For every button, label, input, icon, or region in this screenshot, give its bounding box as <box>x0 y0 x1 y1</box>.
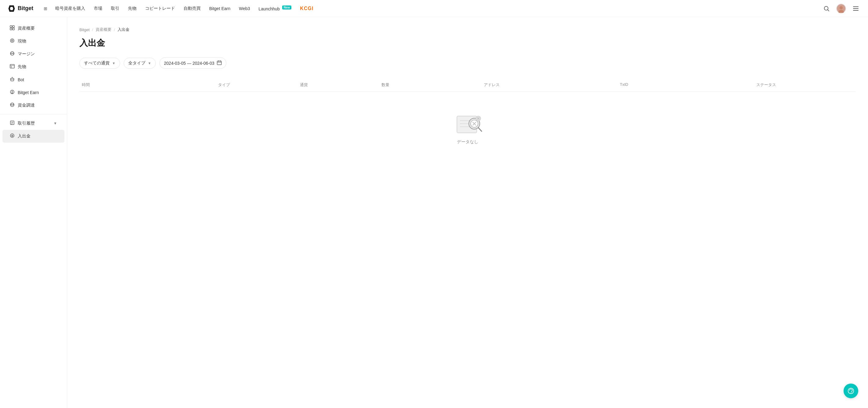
futures-icon <box>10 64 15 70</box>
logo-text: Bitget <box>18 5 33 11</box>
breadcrumb-sep-1: / <box>92 28 93 32</box>
nav-launchhub[interactable]: Launchhub New <box>255 4 295 13</box>
sidebar-divider <box>0 114 67 115</box>
top-navigation: Bitget ⊞ 暗号資産を購入 市場 取引 先物 コピートレード 自動売買 B… <box>0 0 868 17</box>
sidebar-item-margin[interactable]: マージン <box>2 48 64 60</box>
breadcrumb-current: 入出金 <box>118 27 129 32</box>
empty-illustration <box>452 110 483 134</box>
currency-filter-chevron: ▼ <box>112 61 116 65</box>
nav-web3[interactable]: Web3 <box>235 4 253 13</box>
breadcrumb-assets[interactable]: 資産概要 <box>96 27 112 32</box>
svg-line-3 <box>828 9 829 11</box>
svg-point-24 <box>12 79 13 80</box>
trade-history-chevron: ▼ <box>54 121 57 126</box>
trade-history-icon <box>10 120 15 126</box>
deposit-withdrawal-icon <box>10 133 15 139</box>
svg-line-48 <box>478 128 482 131</box>
date-range-filter[interactable]: 2024-03-05 — 2024-06-03 <box>159 57 226 69</box>
svg-rect-7 <box>853 6 859 7</box>
sidebar-item-deposit-withdrawal[interactable]: 入出金 <box>2 130 64 143</box>
bot-icon <box>10 77 15 83</box>
svg-point-26 <box>12 77 12 77</box>
breadcrumb-sep-2: / <box>114 28 115 32</box>
nav-market[interactable]: 市場 <box>90 4 106 13</box>
nav-menu: ⊞ 暗号資産を購入 市場 取引 先物 コピートレード 自動売買 Bitget E… <box>41 4 822 13</box>
svg-rect-11 <box>12 26 14 28</box>
col-currency: 通貨 <box>298 82 379 88</box>
svg-point-5 <box>840 6 843 9</box>
nav-futures[interactable]: 先物 <box>124 4 140 13</box>
sidebar-item-assets-overview[interactable]: 資産概要 <box>2 22 64 35</box>
margin-icon <box>10 51 15 57</box>
sidebar-label-funding: 資金調達 <box>18 103 57 108</box>
sidebar-label-earn: Bitget Earn <box>18 90 57 95</box>
empty-state: データなし <box>80 92 856 163</box>
funding-icon <box>10 102 15 108</box>
svg-rect-12 <box>10 28 12 30</box>
spot-icon <box>10 38 15 44</box>
currency-filter[interactable]: すべての通貨 ▼ <box>80 58 120 69</box>
nav-auto-trade[interactable]: 自動売買 <box>180 4 204 13</box>
col-amount: 数量 <box>379 82 481 88</box>
nav-buy-crypto[interactable]: 暗号資産を購入 <box>52 4 89 13</box>
sidebar: 資産概要 現物 マージン <box>0 17 67 408</box>
svg-point-16 <box>10 52 14 55</box>
svg-rect-9 <box>853 10 859 11</box>
svg-rect-13 <box>12 28 14 30</box>
assets-overview-icon <box>10 25 15 31</box>
svg-rect-19 <box>10 64 14 68</box>
svg-point-31 <box>11 104 12 105</box>
hamburger-menu-icon[interactable] <box>851 4 861 13</box>
search-icon[interactable] <box>822 4 831 13</box>
breadcrumb-bitget[interactable]: Bitget <box>80 28 90 32</box>
svg-point-15 <box>11 40 13 41</box>
main-content: Bitget / 資産概要 / 入出金 入出金 すべての通貨 ▼ 全タイプ ▼ … <box>67 17 868 408</box>
col-txid: TxID <box>618 82 754 88</box>
svg-point-23 <box>11 79 12 80</box>
grid-menu-icon[interactable]: ⊞ <box>41 4 51 13</box>
svg-rect-38 <box>217 61 221 65</box>
svg-marker-1 <box>10 7 13 10</box>
col-type: タイプ <box>216 82 298 88</box>
filters-row: すべての通貨 ▼ 全タイプ ▼ 2024-03-05 — 2024-06-03 <box>80 57 856 69</box>
sidebar-item-funding[interactable]: 資金調達 <box>2 99 64 112</box>
calendar-icon <box>217 60 222 66</box>
sidebar-label-bot: Bot <box>18 77 57 82</box>
nav-copy-trade[interactable]: コピートレード <box>142 4 179 13</box>
avatar[interactable] <box>836 4 846 13</box>
support-button[interactable] <box>843 383 858 398</box>
svg-rect-8 <box>853 8 859 9</box>
nav-kcgi[interactable]: KCGI <box>296 4 317 13</box>
nav-right <box>822 4 861 13</box>
table-header: 時間 タイプ 通貨 数量 アドレス TxID ステータス <box>80 79 856 92</box>
col-address: アドレス <box>481 82 618 88</box>
sidebar-item-spot[interactable]: 現物 <box>2 35 64 48</box>
nav-trade[interactable]: 取引 <box>107 4 123 13</box>
logo[interactable]: Bitget <box>7 4 33 13</box>
col-time: 時間 <box>80 82 216 88</box>
type-filter-label: 全タイプ <box>128 60 145 66</box>
new-badge: New <box>282 5 292 9</box>
svg-point-55 <box>850 393 851 393</box>
svg-point-17 <box>11 53 12 54</box>
sidebar-item-bot[interactable]: Bot <box>2 73 64 86</box>
sidebar-item-earn[interactable]: Bitget Earn <box>2 86 64 99</box>
date-range-text: 2024-03-05 — 2024-06-03 <box>164 61 214 66</box>
col-status: ステータス <box>754 82 856 88</box>
page-title: 入出金 <box>80 37 856 49</box>
type-filter[interactable]: 全タイプ ▼ <box>124 58 156 69</box>
sidebar-label-futures: 先物 <box>18 64 57 70</box>
svg-point-18 <box>12 53 14 54</box>
svg-point-14 <box>10 39 14 42</box>
sidebar-label-trade-history: 取引履歴 <box>18 121 51 126</box>
nav-earn[interactable]: Bitget Earn <box>206 4 234 13</box>
sidebar-label-assets-overview: 資産概要 <box>18 26 57 31</box>
sidebar-item-futures[interactable]: 先物 <box>2 60 64 73</box>
earn-icon <box>10 90 15 96</box>
sidebar-item-trade-history[interactable]: 取引履歴 ▼ <box>2 117 64 130</box>
svg-rect-22 <box>11 78 14 81</box>
kcgi-logo-text: KCGI <box>300 6 313 11</box>
type-filter-chevron: ▼ <box>148 61 151 65</box>
sidebar-label-margin: マージン <box>18 51 57 57</box>
svg-point-32 <box>13 104 14 105</box>
